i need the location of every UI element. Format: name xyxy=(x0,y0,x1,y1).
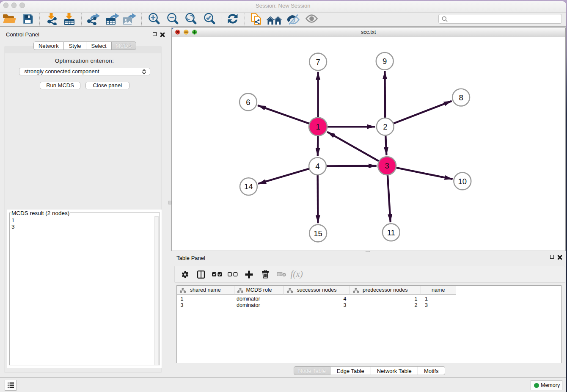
svg-text:2: 2 xyxy=(383,122,387,131)
svg-text:3: 3 xyxy=(385,161,389,170)
svg-text:11: 11 xyxy=(387,228,395,237)
svg-text:7: 7 xyxy=(316,58,320,66)
svg-text:10: 10 xyxy=(458,177,467,186)
svg-text:4: 4 xyxy=(315,162,319,171)
svg-text:6: 6 xyxy=(246,98,250,107)
svg-text:9: 9 xyxy=(383,57,387,66)
svg-text:14: 14 xyxy=(244,182,253,191)
svg-text:1: 1 xyxy=(316,122,320,131)
svg-text:8: 8 xyxy=(459,93,463,102)
svg-text:15: 15 xyxy=(314,229,322,238)
